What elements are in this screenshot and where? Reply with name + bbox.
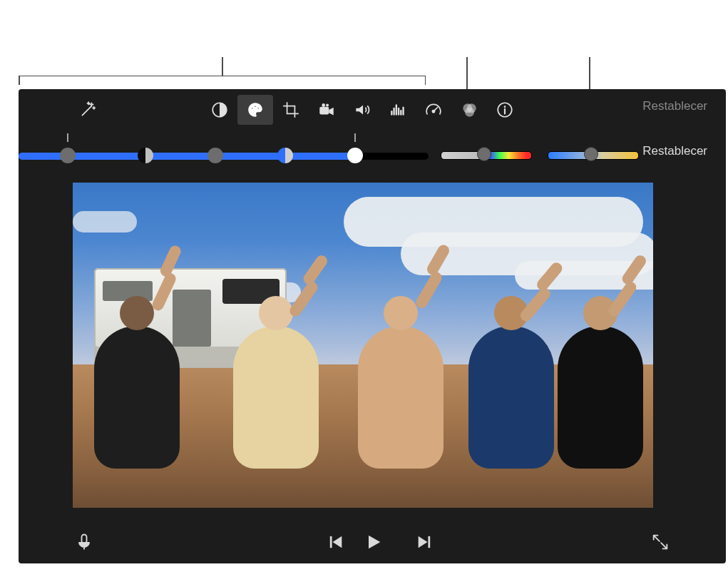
svg-point-6	[326, 104, 329, 107]
exposure-track-empty	[355, 153, 429, 160]
temperature-handle[interactable]	[584, 147, 598, 161]
contrast-icon	[210, 101, 229, 119]
video-preview[interactable]	[73, 183, 653, 508]
exposure-handle-mid[interactable]	[207, 148, 223, 163]
magic-wand-icon	[78, 101, 97, 119]
playback-bar	[19, 521, 726, 563]
fullscreen-button[interactable]	[650, 532, 670, 555]
previous-frame-button[interactable]	[325, 532, 345, 555]
svg-rect-4	[319, 107, 329, 115]
temperature-slider[interactable]	[548, 145, 639, 165]
exposure-multi-slider[interactable]	[19, 146, 429, 166]
callout-bracket-toolbar	[19, 76, 426, 85]
clip-filter-button[interactable]	[451, 95, 487, 125]
gauge-icon	[424, 101, 443, 119]
saturation-slider[interactable]	[441, 145, 532, 165]
exposure-handle-shadows[interactable]	[60, 148, 76, 163]
adjustments-toolbar	[19, 95, 726, 125]
auto-enhance-button[interactable]	[70, 95, 106, 125]
svg-point-7	[432, 111, 434, 113]
crop-button[interactable]	[273, 95, 309, 125]
stabilization-button[interactable]	[309, 95, 344, 125]
skip-back-icon	[325, 532, 345, 552]
preview-person	[358, 326, 444, 469]
noise-reduction-button[interactable]	[380, 95, 416, 125]
voiceover-record-button[interactable]	[74, 532, 94, 555]
volume-icon	[353, 101, 371, 119]
callout-line-toolbar	[222, 57, 223, 76]
exposure-handle-lights[interactable]	[277, 148, 293, 163]
svg-point-5	[322, 103, 325, 107]
exposure-tick-shadows	[67, 133, 68, 142]
speed-button[interactable]	[416, 95, 451, 125]
palette-icon	[246, 101, 265, 119]
equalizer-icon	[389, 101, 407, 119]
exposure-handle-highlights[interactable]	[347, 148, 363, 163]
svg-point-12	[504, 106, 506, 108]
svg-point-10	[465, 108, 474, 117]
preview-person	[233, 326, 319, 469]
reset-all-button[interactable]: Restablecer	[642, 99, 707, 113]
fullscreen-icon	[650, 532, 670, 552]
reset-color-button[interactable]: Restablecer	[642, 144, 707, 158]
svg-point-1	[251, 107, 253, 109]
color-correction-button[interactable]	[237, 95, 273, 125]
exposure-handle-darks[interactable]	[138, 148, 153, 163]
preview-person	[94, 326, 180, 469]
video-camera-icon	[317, 101, 336, 119]
next-frame-button[interactable]	[415, 532, 435, 555]
color-balance-button[interactable]	[202, 95, 237, 125]
venn-filter-icon	[460, 101, 478, 119]
saturation-handle[interactable]	[477, 147, 491, 161]
microphone-icon	[74, 532, 94, 552]
svg-point-3	[257, 107, 260, 109]
clip-info-button[interactable]	[487, 95, 523, 125]
volume-button[interactable]	[344, 95, 380, 125]
play-button[interactable]	[364, 532, 384, 555]
preview-person	[468, 326, 554, 469]
viewer-panel: Restablecer Restablecer	[19, 89, 726, 563]
skip-forward-icon	[415, 532, 435, 552]
info-icon	[496, 101, 514, 119]
preview-cloud	[73, 211, 137, 233]
svg-point-2	[254, 106, 256, 108]
play-icon	[364, 532, 384, 552]
crop-icon	[282, 101, 300, 119]
preview-person	[558, 326, 643, 469]
exposure-tick-highlights	[354, 133, 356, 142]
